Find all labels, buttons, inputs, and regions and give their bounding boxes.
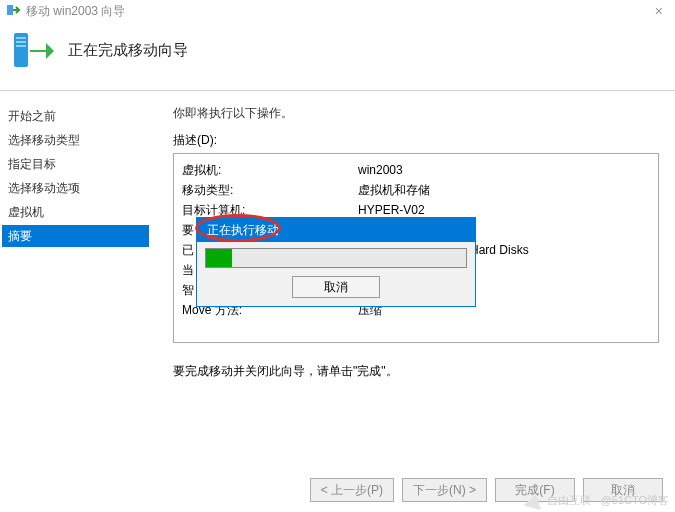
svg-rect-4	[16, 45, 26, 47]
vm-label: 虚拟机:	[182, 160, 358, 180]
vm-value: win2003	[358, 160, 650, 180]
sidebar: 开始之前 选择移动类型 指定目标 选择移动选项 虚拟机 摘要	[0, 91, 155, 466]
progress-bar-fill	[206, 249, 232, 267]
window-title: 移动 win2003 向导	[26, 3, 125, 20]
wizard-header: 正在完成移动向导	[0, 22, 675, 91]
next-button: 下一步(N) >	[402, 478, 487, 502]
intro-text: 你即将执行以下操作。	[173, 105, 659, 122]
progress-title: 正在执行移动	[207, 222, 279, 239]
progress-cancel-button[interactable]: 取消	[292, 276, 380, 298]
sidebar-item-before-begin[interactable]: 开始之前	[2, 105, 149, 127]
progress-dialog: 正在执行移动 取消	[196, 217, 476, 307]
close-icon[interactable]: ×	[649, 3, 669, 19]
titlebar: 移动 win2003 向导 ×	[0, 0, 675, 22]
progress-bar	[205, 248, 467, 268]
progress-dialog-titlebar: 正在执行移动	[197, 218, 475, 242]
svg-rect-2	[16, 37, 26, 39]
header-icon	[12, 28, 54, 72]
progress-body: 取消	[197, 242, 475, 306]
wizard-icon	[6, 3, 20, 20]
prev-button: < 上一步(P)	[310, 478, 394, 502]
sidebar-item-move-options[interactable]: 选择移动选项	[2, 177, 149, 199]
cancel-button[interactable]: 取消	[583, 478, 663, 502]
move-type-label: 移动类型:	[182, 180, 358, 200]
header-title: 正在完成移动向导	[68, 41, 188, 60]
move-type-value: 虚拟机和存储	[358, 180, 650, 200]
footer-text: 要完成移动并关闭此向导，请单击"完成"。	[173, 363, 659, 380]
description-label: 描述(D):	[173, 132, 659, 149]
wizard-buttons: < 上一步(P) 下一步(N) > 完成(F) 取消	[310, 478, 663, 502]
sidebar-item-target[interactable]: 指定目标	[2, 153, 149, 175]
sidebar-item-summary[interactable]: 摘要	[2, 225, 149, 247]
row-move-type: 移动类型: 虚拟机和存储	[182, 180, 650, 200]
row-vm: 虚拟机: win2003	[182, 160, 650, 180]
svg-rect-0	[7, 5, 13, 15]
finish-button: 完成(F)	[495, 478, 575, 502]
svg-rect-3	[16, 41, 26, 43]
sidebar-item-vm[interactable]: 虚拟机	[2, 201, 149, 223]
sidebar-item-move-type[interactable]: 选择移动类型	[2, 129, 149, 151]
